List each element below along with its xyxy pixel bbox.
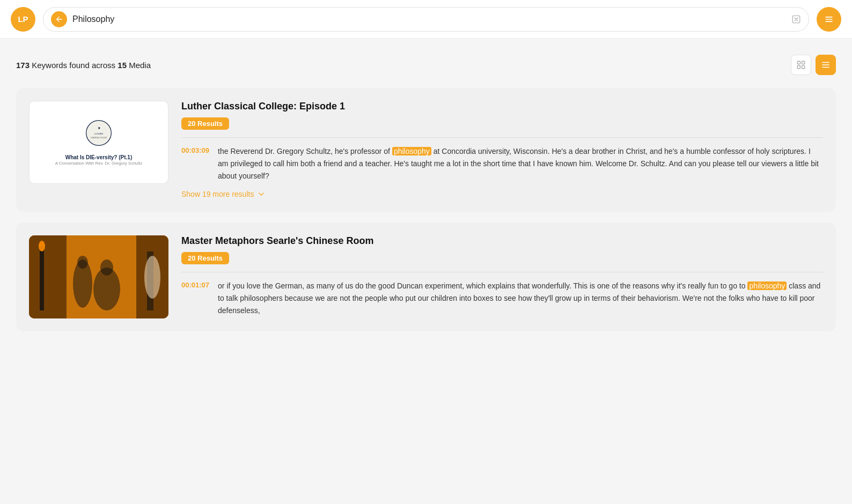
view-toggles	[791, 55, 836, 75]
svg-rect-2	[825, 19, 832, 20]
result-card: ⚜ LUTHER CLASSICAL COLLEGE What Is DIE-v…	[16, 88, 836, 212]
transcript-text-2: or if you love the German, as many of us…	[218, 280, 823, 317]
card-thumbnail-lcc: ⚜ LUTHER CLASSICAL COLLEGE What Is DIE-v…	[29, 101, 168, 184]
transcript-text-1: the Reverend Dr. Gregory Schultz, he's p…	[218, 145, 823, 182]
card-thumbnail-greek	[29, 235, 168, 318]
text-before-2: or if you love the German, as many of us…	[218, 281, 747, 290]
keyword-count: 173	[16, 61, 30, 70]
main-content: 173 Keywords found across 15 Media	[0, 39, 852, 358]
svg-rect-16	[29, 235, 67, 318]
summary-text: 173 Keywords found across 15 Media	[16, 61, 151, 70]
svg-rect-1	[825, 17, 832, 18]
svg-point-24	[77, 256, 88, 269]
results-badge-1: 20 Results	[181, 117, 229, 130]
divider	[181, 137, 823, 138]
svg-point-19	[39, 241, 45, 251]
svg-rect-3	[825, 21, 832, 22]
transcript-entry-2: 00:01:07 or if you love the German, as m…	[181, 280, 823, 317]
lcc-episode-subtitle: A Conversation With Rev. Dr. Gregory Sch…	[55, 161, 143, 166]
grid-view-button[interactable]	[791, 55, 811, 75]
svg-rect-4	[797, 61, 800, 64]
lcc-crest-icon: ⚜ LUTHER CLASSICAL COLLEGE	[85, 120, 112, 146]
clear-icon	[791, 14, 801, 24]
search-bar	[43, 7, 809, 32]
media-count: 15	[117, 61, 127, 70]
results-summary: 173 Keywords found across 15 Media	[16, 55, 836, 75]
list-icon	[821, 60, 831, 70]
text-before-1: the Reverend Dr. Gregory Schultz, he's p…	[218, 147, 392, 155]
divider-2	[181, 272, 823, 272]
results-badge-2: 20 Results	[181, 252, 229, 264]
svg-rect-18	[40, 246, 44, 310]
menu-icon	[824, 14, 834, 25]
svg-rect-6	[797, 66, 800, 69]
greek-artwork-icon	[29, 235, 168, 318]
result-card-2: Master Metaphors Searle's Chinese Room 2…	[16, 223, 836, 331]
header: LP	[0, 0, 852, 39]
highlight-1: philosophy	[392, 147, 431, 155]
svg-text:⚜: ⚜	[98, 127, 100, 130]
back-arrow-icon	[55, 15, 63, 24]
media-label: Media	[129, 61, 151, 70]
avatar-label: LP	[18, 14, 28, 24]
svg-point-25	[144, 256, 160, 299]
card-title-1: Luther Classical College: Episode 1	[181, 101, 823, 112]
svg-point-22	[100, 260, 113, 276]
chevron-down-icon-1	[257, 190, 266, 198]
card-content-2: Master Metaphors Searle's Chinese Room 2…	[181, 235, 823, 317]
svg-text:CLASSICAL COLLEGE: CLASSICAL COLLEGE	[91, 137, 107, 139]
grid-icon	[796, 60, 806, 70]
svg-rect-7	[802, 66, 805, 69]
search-back-button[interactable]	[51, 11, 67, 27]
show-more-label-1: Show 19 more results	[181, 190, 254, 198]
keywords-label: Keywords	[32, 61, 67, 70]
card-title-2: Master Metaphors Searle's Chinese Room	[181, 235, 823, 247]
lcc-episode-title: What Is DIE-versity? (Pt.1)	[65, 154, 132, 161]
list-view-button[interactable]	[816, 55, 836, 75]
timestamp-2: 00:01:07	[181, 281, 209, 289]
card-content-1: Luther Classical College: Episode 1 20 R…	[181, 101, 823, 199]
transcript-entry-1: 00:03:09 the Reverend Dr. Gregory Schult…	[181, 145, 823, 182]
timestamp-1: 00:03:09	[181, 146, 209, 154]
avatar-button[interactable]: LP	[11, 7, 35, 32]
svg-rect-5	[802, 61, 805, 64]
search-input[interactable]	[72, 14, 786, 24]
svg-text:LUTHER: LUTHER	[94, 132, 104, 135]
highlight-2: philosophy	[747, 281, 787, 290]
search-clear-button[interactable]	[791, 14, 801, 24]
show-more-button-1[interactable]: Show 19 more results	[181, 190, 266, 198]
menu-button[interactable]	[817, 7, 841, 32]
found-text: found across	[69, 61, 117, 70]
